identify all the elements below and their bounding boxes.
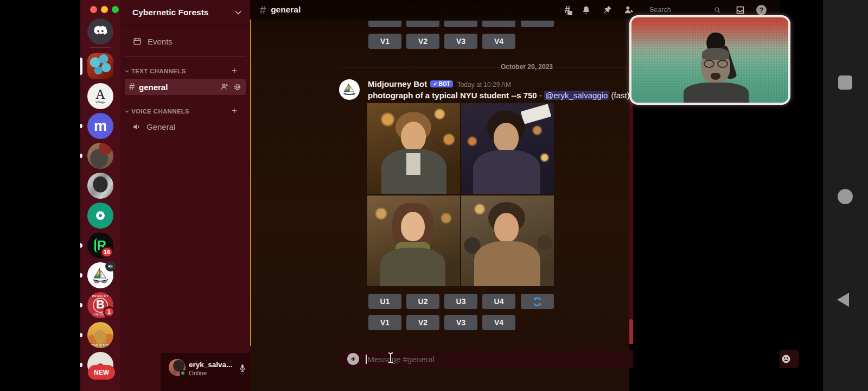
u3-button[interactable]: U3 — [444, 294, 477, 309]
unread-pill — [80, 243, 82, 248]
emoji-picker-icon[interactable] — [781, 354, 792, 364]
traffic-light-zoom[interactable] — [112, 6, 119, 13]
prompt-text: photograph of a typical NYU student --s … — [368, 91, 537, 100]
hash-icon: # — [129, 81, 135, 93]
unread-pill — [80, 154, 82, 158]
u4-button[interactable]: U4 — [482, 294, 515, 309]
generated-image-4[interactable] — [461, 195, 554, 286]
reroll-refresh-icon — [532, 297, 542, 307]
generated-image-3[interactable] — [367, 195, 460, 286]
discord-logo-icon — [92, 25, 108, 38]
channel-name: general — [139, 83, 220, 92]
sidebar-divider — [125, 56, 246, 57]
chevron-down-icon — [124, 68, 130, 74]
mastodon-glyph: m — [94, 115, 107, 137]
scrollbar-thumb[interactable] — [629, 319, 633, 344]
unread-count-badge: 1 — [103, 306, 115, 318]
v1-button[interactable]: V1 — [368, 34, 401, 49]
android-recents-button[interactable] — [838, 75, 852, 90]
user-mention[interactable]: @eryk_salvaggio — [544, 91, 609, 100]
section-voice-channels[interactable]: VOICE CHANNELS — [124, 106, 189, 116]
person-mouth-open — [711, 73, 720, 80]
v2-button[interactable]: V2 — [406, 34, 439, 49]
server-icon-this-is-fine[interactable]: this is fine — [87, 322, 113, 348]
u1-button[interactable]: U1 — [368, 294, 401, 309]
screen: A Village m — [0, 0, 868, 391]
unread-pill — [80, 333, 82, 337]
person-hair — [702, 48, 729, 60]
ai-village-sub: Village — [95, 100, 105, 104]
chevron-down-icon — [234, 8, 242, 17]
android-back-button[interactable] — [837, 293, 849, 307]
search-input[interactable]: Search — [645, 4, 724, 16]
username[interactable]: eryk_salva... — [189, 361, 232, 369]
button-sliver[interactable] — [482, 21, 515, 27]
inbox-icon[interactable] — [735, 5, 745, 15]
button-sliver[interactable] — [521, 21, 554, 27]
button-sliver[interactable] — [368, 21, 401, 27]
generated-image-2[interactable] — [461, 103, 554, 194]
calendar-icon — [132, 36, 142, 46]
v1-button[interactable]: V1 — [368, 315, 401, 330]
midjourney-bot-avatar[interactable] — [339, 79, 360, 100]
u2-button[interactable]: U2 — [406, 294, 439, 309]
create-channel-button[interactable]: + — [232, 65, 237, 76]
threads-icon[interactable]: # — [564, 4, 570, 16]
unread-pill — [80, 124, 82, 128]
chat-area: V1 V2 V3 V4 October 20, 2023 — [250, 0, 629, 391]
text-channels-label: TEXT CHANNELS — [131, 68, 186, 74]
online-status-dot — [180, 370, 186, 376]
channel-settings-gear-icon[interactable] — [233, 83, 241, 91]
unread-count-badge: 16 — [100, 247, 113, 258]
section-text-channels[interactable]: TEXT CHANNELS — [124, 66, 186, 76]
v3-button[interactable]: V3 — [444, 315, 477, 330]
v4-button[interactable]: V4 — [482, 315, 515, 330]
server-header[interactable]: Cybernetic Forests — [120, 0, 250, 26]
voice-channels-label: VOICE CHANNELS — [131, 108, 189, 115]
new-server-badge: NEW — [88, 365, 115, 380]
button-sliver[interactable] — [406, 21, 439, 27]
android-home-button[interactable] — [838, 189, 853, 204]
server-icon-figurine[interactable] — [87, 143, 113, 169]
invite-people-icon[interactable] — [220, 83, 229, 91]
ai-village-letter: A — [95, 89, 105, 100]
member-list-icon[interactable] — [623, 4, 634, 15]
generated-image-1[interactable] — [367, 103, 460, 194]
message-timestamp: Today at 10:29 AM — [457, 81, 511, 89]
traffic-light-close[interactable] — [90, 6, 97, 13]
server-icon-discord-home[interactable] — [87, 18, 113, 45]
voice-channel-general[interactable]: General — [132, 119, 175, 134]
server-icon-bw-photo[interactable] — [87, 173, 113, 199]
traffic-light-minimize[interactable] — [101, 6, 108, 13]
channel-general[interactable]: # general — [125, 79, 246, 95]
android-nav-bar — [823, 0, 868, 391]
button-sliver[interactable] — [444, 21, 477, 27]
v4-button[interactable]: V4 — [482, 34, 515, 49]
server-icon-chatgpt[interactable] — [87, 203, 113, 229]
pinned-messages-icon[interactable] — [602, 5, 612, 15]
speaker-icon — [132, 122, 142, 131]
v2-button[interactable]: V2 — [406, 315, 439, 330]
search-placeholder: Search — [649, 6, 714, 14]
bot-badge: ✓BOT — [430, 80, 453, 87]
user-status: Online — [189, 370, 207, 376]
notifications-bell-icon[interactable] — [581, 5, 591, 15]
message-author[interactable]: Midjourney Bot — [368, 79, 427, 89]
midjourney-image-grid[interactable] — [367, 103, 554, 287]
v3-button[interactable]: V3 — [444, 34, 477, 49]
sidebar-item-events[interactable]: Events — [132, 34, 173, 49]
generation-mode: (fast) — [611, 91, 630, 100]
server-icon-cybernetic-forests[interactable] — [87, 53, 113, 79]
active-server-pill — [80, 58, 82, 75]
server-icon-ai-village[interactable]: A Village — [87, 83, 113, 109]
unread-pill — [80, 273, 82, 278]
microphone-icon[interactable] — [238, 363, 247, 373]
help-icon[interactable]: ? — [756, 5, 767, 15]
create-voice-channel-button[interactable]: + — [232, 105, 237, 116]
attach-plus-icon[interactable] — [347, 353, 359, 365]
server-icon-mastodon[interactable]: m — [87, 113, 113, 139]
message-content: photograph of a typical NYU student --s … — [368, 91, 630, 100]
channel-sidebar: Cybernetic Forests Events TEXT CHANNELS — [120, 0, 250, 391]
reroll-button[interactable] — [521, 294, 554, 309]
hash-icon: # — [260, 4, 266, 16]
